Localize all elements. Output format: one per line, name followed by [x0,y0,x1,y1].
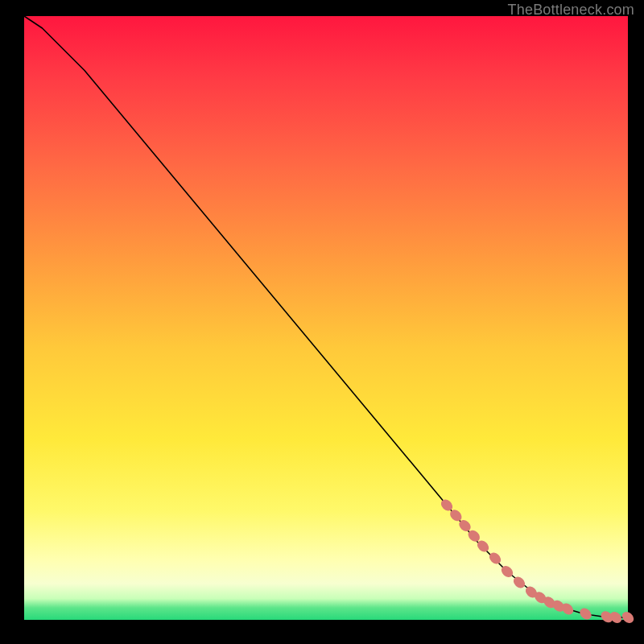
marker-dot [487,551,503,567]
trend-curve [24,16,628,617]
marker-group [439,497,636,625]
chart-stage: TheBottleneck.com [0,0,644,644]
plot-area [24,16,628,620]
marker-dot [578,606,594,622]
plot-overlay-svg [24,16,628,620]
